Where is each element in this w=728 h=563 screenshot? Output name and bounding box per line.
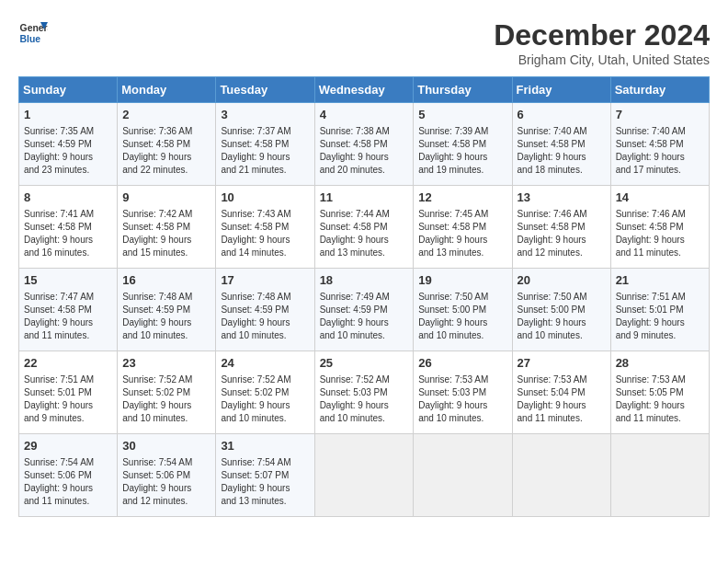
calendar-cell: 8Sunrise: 7:41 AM Sunset: 4:58 PM Daylig… [19,186,118,269]
day-number: 14 [616,190,704,206]
day-content: Sunrise: 7:52 AM Sunset: 5:03 PM Dayligh… [320,373,409,425]
day-number: 19 [418,272,506,289]
calendar-cell: 5Sunrise: 7:39 AM Sunset: 4:58 PM Daylig… [414,103,512,186]
day-content: Sunrise: 7:41 AM Sunset: 4:58 PM Dayligh… [24,208,112,259]
calendar-cell: 10Sunrise: 7:43 AM Sunset: 4:58 PM Dayli… [216,186,314,269]
month-title: December 2024 [494,18,710,52]
day-number: 11 [320,190,409,206]
calendar-cell: 21Sunrise: 7:51 AM Sunset: 5:01 PM Dayli… [610,269,709,351]
calendar-cell: 19Sunrise: 7:50 AM Sunset: 5:00 PM Dayli… [414,269,512,351]
day-number: 23 [122,355,210,372]
calendar-cell: 17Sunrise: 7:48 AM Sunset: 4:59 PM Dayli… [216,269,314,351]
calendar-cell: 3Sunrise: 7:37 AM Sunset: 4:58 PM Daylig… [216,103,314,186]
day-content: Sunrise: 7:46 AM Sunset: 4:58 PM Dayligh… [616,208,704,259]
calendar-row: 1Sunrise: 7:35 AM Sunset: 4:59 PM Daylig… [19,103,710,186]
calendar-cell: 2Sunrise: 7:36 AM Sunset: 4:58 PM Daylig… [118,103,216,186]
calendar-cell [414,434,512,517]
day-number: 8 [24,190,112,206]
calendar-cell: 31Sunrise: 7:54 AM Sunset: 5:07 PM Dayli… [216,434,314,517]
calendar-cell: 14Sunrise: 7:46 AM Sunset: 4:58 PM Dayli… [610,186,709,269]
calendar-cell: 16Sunrise: 7:48 AM Sunset: 4:59 PM Dayli… [118,269,216,351]
col-friday: Friday [512,77,610,103]
day-content: Sunrise: 7:40 AM Sunset: 4:58 PM Dayligh… [616,125,704,177]
day-number: 27 [518,355,606,372]
header-row: Sunday Monday Tuesday Wednesday Thursday… [19,77,710,103]
subtitle: Brigham City, Utah, United States [494,52,710,67]
calendar-cell: 20Sunrise: 7:50 AM Sunset: 5:00 PM Dayli… [512,269,610,351]
calendar-cell: 15Sunrise: 7:47 AM Sunset: 4:58 PM Dayli… [19,269,118,351]
day-number: 18 [320,272,409,289]
calendar-cell: 13Sunrise: 7:46 AM Sunset: 4:58 PM Dayli… [512,186,610,269]
day-number: 28 [616,355,704,372]
day-content: Sunrise: 7:36 AM Sunset: 4:58 PM Dayligh… [122,125,210,177]
calendar-cell: 27Sunrise: 7:53 AM Sunset: 5:04 PM Dayli… [512,351,610,434]
day-content: Sunrise: 7:51 AM Sunset: 5:01 PM Dayligh… [24,373,112,425]
day-content: Sunrise: 7:54 AM Sunset: 5:07 PM Dayligh… [221,456,309,508]
day-content: Sunrise: 7:46 AM Sunset: 4:58 PM Dayligh… [518,208,606,259]
day-number: 22 [24,355,112,372]
calendar-cell: 7Sunrise: 7:40 AM Sunset: 4:58 PM Daylig… [610,103,709,186]
day-number: 21 [616,272,704,289]
day-content: Sunrise: 7:52 AM Sunset: 5:02 PM Dayligh… [221,373,309,425]
calendar-cell: 23Sunrise: 7:52 AM Sunset: 5:02 PM Dayli… [118,351,216,434]
calendar-cell: 25Sunrise: 7:52 AM Sunset: 5:03 PM Dayli… [314,351,414,434]
day-number: 9 [122,190,210,206]
day-number: 3 [221,107,309,123]
calendar-cell: 4Sunrise: 7:38 AM Sunset: 4:58 PM Daylig… [314,103,414,186]
day-content: Sunrise: 7:48 AM Sunset: 4:59 PM Dayligh… [122,291,210,342]
calendar-row: 8Sunrise: 7:41 AM Sunset: 4:58 PM Daylig… [19,186,710,269]
logo: General Blue [18,18,48,48]
day-number: 1 [24,107,112,123]
calendar-cell [314,434,414,517]
calendar-cell: 1Sunrise: 7:35 AM Sunset: 4:59 PM Daylig… [19,103,118,186]
calendar-cell: 22Sunrise: 7:51 AM Sunset: 5:01 PM Dayli… [19,351,118,434]
col-tuesday: Tuesday [216,77,314,103]
calendar-cell: 28Sunrise: 7:53 AM Sunset: 5:05 PM Dayli… [610,351,709,434]
day-number: 29 [24,438,112,454]
svg-text:Blue: Blue [20,34,41,44]
day-content: Sunrise: 7:54 AM Sunset: 5:06 PM Dayligh… [122,456,210,508]
calendar-row: 22Sunrise: 7:51 AM Sunset: 5:01 PM Dayli… [19,351,710,434]
logo-icon: General Blue [18,18,48,48]
day-number: 10 [221,190,309,206]
day-number: 30 [122,438,210,454]
day-content: Sunrise: 7:53 AM Sunset: 5:05 PM Dayligh… [616,373,704,425]
day-number: 13 [518,190,606,206]
day-number: 26 [418,355,506,372]
day-number: 12 [418,190,506,206]
col-thursday: Thursday [414,77,512,103]
title-area: December 2024 Brigham City, Utah, United… [494,18,710,67]
day-content: Sunrise: 7:43 AM Sunset: 4:58 PM Dayligh… [221,208,309,259]
calendar-cell [512,434,610,517]
day-content: Sunrise: 7:35 AM Sunset: 4:59 PM Dayligh… [24,125,112,177]
calendar-cell: 11Sunrise: 7:44 AM Sunset: 4:58 PM Dayli… [314,186,414,269]
day-content: Sunrise: 7:39 AM Sunset: 4:58 PM Dayligh… [418,125,506,177]
day-content: Sunrise: 7:49 AM Sunset: 4:59 PM Dayligh… [320,291,409,342]
calendar-cell: 24Sunrise: 7:52 AM Sunset: 5:02 PM Dayli… [216,351,314,434]
day-number: 6 [518,107,606,123]
day-number: 4 [320,107,409,123]
calendar-cell: 6Sunrise: 7:40 AM Sunset: 4:58 PM Daylig… [512,103,610,186]
day-content: Sunrise: 7:37 AM Sunset: 4:58 PM Dayligh… [221,125,309,177]
header: General Blue December 2024 Brigham City,… [18,18,710,67]
calendar-table: Sunday Monday Tuesday Wednesday Thursday… [18,76,710,517]
day-number: 24 [221,355,309,372]
day-content: Sunrise: 7:52 AM Sunset: 5:02 PM Dayligh… [122,373,210,425]
calendar-row: 29Sunrise: 7:54 AM Sunset: 5:06 PM Dayli… [19,434,710,517]
day-number: 2 [122,107,210,123]
calendar-cell: 29Sunrise: 7:54 AM Sunset: 5:06 PM Dayli… [19,434,118,517]
day-content: Sunrise: 7:50 AM Sunset: 5:00 PM Dayligh… [518,291,606,342]
day-content: Sunrise: 7:38 AM Sunset: 4:58 PM Dayligh… [320,125,409,177]
col-sunday: Sunday [19,77,118,103]
day-number: 16 [122,272,210,289]
calendar-cell: 18Sunrise: 7:49 AM Sunset: 4:59 PM Dayli… [314,269,414,351]
day-number: 31 [221,438,309,454]
day-content: Sunrise: 7:50 AM Sunset: 5:00 PM Dayligh… [418,291,506,342]
calendar-cell: 30Sunrise: 7:54 AM Sunset: 5:06 PM Dayli… [118,434,216,517]
day-number: 5 [418,107,506,123]
day-content: Sunrise: 7:45 AM Sunset: 4:58 PM Dayligh… [418,208,506,259]
calendar-cell: 12Sunrise: 7:45 AM Sunset: 4:58 PM Dayli… [414,186,512,269]
calendar-cell: 26Sunrise: 7:53 AM Sunset: 5:03 PM Dayli… [414,351,512,434]
day-content: Sunrise: 7:40 AM Sunset: 4:58 PM Dayligh… [518,125,606,177]
calendar-cell [610,434,709,517]
